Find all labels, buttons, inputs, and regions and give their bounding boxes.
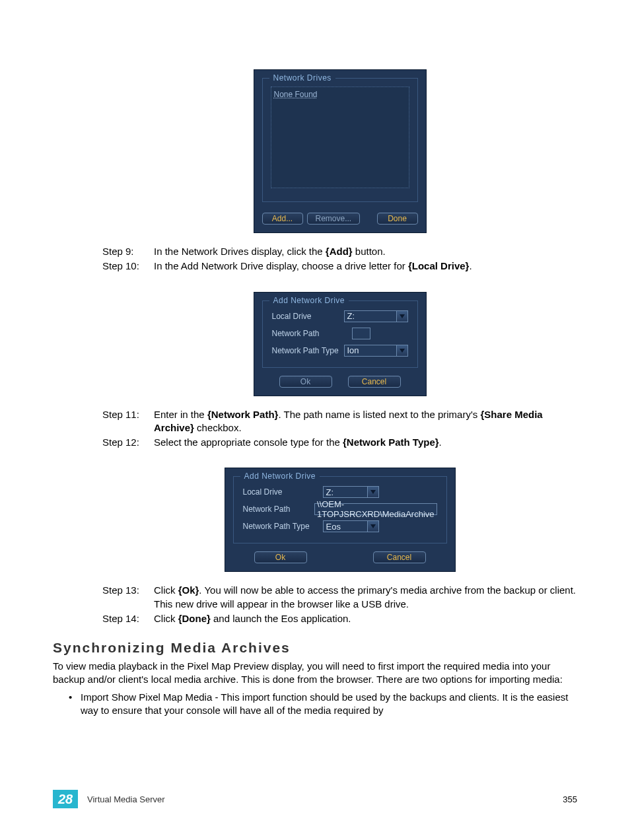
local-drive-value: Z:: [323, 486, 367, 498]
network-path-type-label: Network Path Type: [243, 522, 319, 531]
cancel-button[interactable]: Cancel: [373, 551, 426, 563]
step-13: Step 13: Click {Ok}. You will now be abl…: [102, 584, 577, 611]
remove-button[interactable]: Remove...: [307, 213, 361, 225]
local-drive-label: Local Drive: [272, 312, 340, 321]
local-drive-label: Local Drive: [243, 487, 319, 497]
bullet-list: Import Show Pixel Map Media - This impor…: [69, 691, 577, 718]
ok-button[interactable]: Ok: [279, 376, 332, 388]
section-title: Synchronizing Media Archives: [53, 640, 577, 656]
local-drive-value: Z:: [344, 310, 396, 322]
network-path-type-value: Ion: [344, 345, 396, 357]
chevron-down-icon[interactable]: [396, 310, 408, 322]
network-path-label: Network Path: [243, 505, 311, 514]
network-path-field[interactable]: [352, 328, 370, 339]
network-drives-panel: Network Drives None Found Add... Remove.…: [254, 69, 427, 233]
local-drive-select[interactable]: Z:: [344, 310, 408, 322]
done-button[interactable]: Done: [377, 213, 418, 225]
step-12: Step 12: Select the appropriate console …: [102, 436, 577, 449]
chevron-down-icon[interactable]: [367, 520, 379, 532]
network-path-field[interactable]: \\OEM-1TOPJSRCXRD\MediaArchive: [314, 503, 437, 515]
local-drive-select[interactable]: Z:: [323, 486, 379, 498]
network-path-type-label: Network Path Type: [272, 346, 340, 355]
footer: 28 Virtual Media Server 355: [53, 790, 577, 808]
step-9: Step 9: In the Network Drives display, c…: [102, 245, 577, 258]
section-paragraph: To view media playback in the Pixel Map …: [53, 660, 577, 687]
chevron-down-icon[interactable]: [396, 345, 408, 357]
ok-button[interactable]: Ok: [254, 551, 307, 563]
list-item: Import Show Pixel Map Media - This impor…: [69, 691, 577, 718]
step-14: Step 14: Click {Done} and launch the Eos…: [102, 612, 577, 625]
network-path-type-select[interactable]: Ion: [344, 345, 408, 357]
add-network-drive-legend-2: Add Network Drive: [240, 472, 320, 481]
chapter-badge: 28: [53, 790, 78, 808]
cancel-button[interactable]: Cancel: [348, 376, 401, 388]
add-network-drive-legend-1: Add Network Drive: [269, 296, 349, 305]
network-path-type-value: Eos: [323, 520, 367, 532]
step-11: Step 11: Enter in the {Network Path}. Th…: [102, 408, 577, 435]
add-network-drive-panel-1: Add Network Drive Local Drive Z: Network…: [254, 292, 427, 396]
network-drives-list[interactable]: None Found: [271, 87, 409, 188]
chevron-down-icon[interactable]: [367, 486, 379, 498]
add-network-drive-panel-2: Add Network Drive Local Drive Z: Network…: [225, 468, 456, 572]
network-drives-legend: Network Drives: [269, 73, 335, 83]
page-number: 355: [563, 794, 577, 804]
network-path-label: Network Path: [272, 329, 348, 338]
network-path-type-select[interactable]: Eos: [323, 520, 379, 532]
network-drives-none-found: None Found: [274, 90, 318, 99]
step-10: Step 10: In the Add Network Drive displa…: [102, 260, 577, 273]
add-button[interactable]: Add...: [262, 213, 303, 225]
footer-title: Virtual Media Server: [87, 794, 165, 804]
